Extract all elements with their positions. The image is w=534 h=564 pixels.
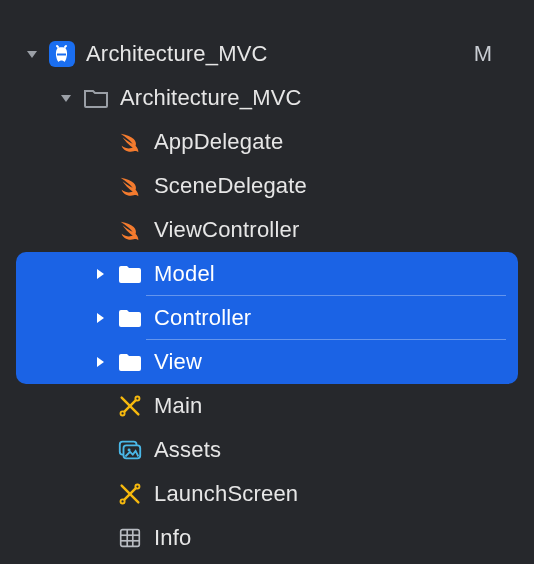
tree-row-group[interactable]: Architecture_MVC	[16, 76, 518, 120]
folder-icon	[116, 260, 144, 288]
tree-row-file[interactable]: LaunchScreen	[16, 472, 518, 516]
disclosure-triangle-down-icon[interactable]	[56, 88, 76, 108]
tree-row-file[interactable]: Main	[16, 384, 518, 428]
disclosure-triangle-right-icon[interactable]	[90, 352, 110, 372]
svg-point-5	[135, 397, 139, 401]
storyboard-file-icon	[116, 392, 144, 420]
tree-row-file[interactable]: ViewController	[16, 208, 518, 252]
tree-item-label: Architecture_MVC	[86, 41, 474, 67]
svg-rect-13	[121, 530, 140, 547]
assets-catalog-icon	[116, 436, 144, 464]
disclosure-triangle-right-icon[interactable]	[90, 264, 110, 284]
storyboard-file-icon	[116, 480, 144, 508]
tree-row-folder-selected[interactable]: Controller	[16, 296, 518, 340]
tree-row-file[interactable]: AppDelegate	[16, 120, 518, 164]
tree-item-label: Architecture_MVC	[120, 85, 498, 111]
tree-item-label: Assets	[154, 437, 498, 463]
project-navigator[interactable]: Architecture_MVC M Architecture_MVC AppD…	[0, 0, 534, 560]
swift-file-icon	[116, 216, 144, 244]
tree-item-label: View	[154, 349, 498, 375]
tree-item-label: LaunchScreen	[154, 481, 498, 507]
tree-item-label: Main	[154, 393, 498, 419]
tree-row-folder-selected[interactable]: Model	[16, 252, 518, 296]
tree-row-file[interactable]: Assets	[16, 428, 518, 472]
svg-point-11	[121, 499, 125, 503]
svg-point-4	[121, 411, 125, 415]
folder-icon	[116, 304, 144, 332]
folder-open-icon	[82, 84, 110, 112]
scm-status-badge: M	[474, 41, 498, 67]
plist-file-icon	[116, 524, 144, 552]
tree-row-folder-selected[interactable]: View	[16, 340, 518, 384]
tree-row-file[interactable]: Info	[16, 516, 518, 560]
tree-row-file[interactable]: SceneDelegate	[16, 164, 518, 208]
swift-file-icon	[116, 128, 144, 156]
tree-item-label: ViewController	[154, 217, 498, 243]
app-target-icon	[48, 40, 76, 68]
disclosure-triangle-right-icon[interactable]	[90, 308, 110, 328]
tree-item-label: SceneDelegate	[154, 173, 498, 199]
svg-point-12	[135, 485, 139, 489]
folder-icon	[116, 348, 144, 376]
tree-item-label: Controller	[154, 305, 498, 331]
tree-item-label: Info	[154, 525, 498, 551]
tree-item-label: Model	[154, 261, 498, 287]
swift-file-icon	[116, 172, 144, 200]
svg-rect-1	[57, 54, 66, 56]
tree-item-label: AppDelegate	[154, 129, 498, 155]
disclosure-triangle-down-icon[interactable]	[22, 44, 42, 64]
tree-row-project-root[interactable]: Architecture_MVC M	[16, 32, 518, 76]
